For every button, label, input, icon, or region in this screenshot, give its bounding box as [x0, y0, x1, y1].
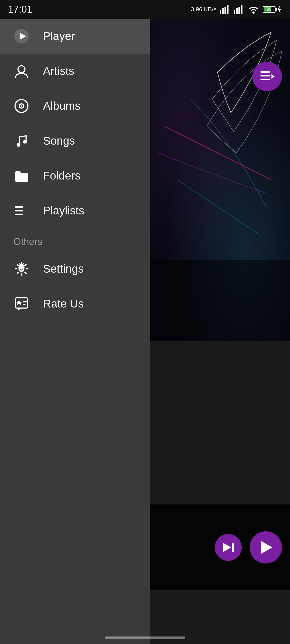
drawer: Player Artists Albums [0, 19, 150, 644]
svg-rect-7 [241, 5, 242, 14]
svg-rect-2 [224, 7, 226, 14]
sidebar-item-folders[interactable]: Folders [0, 158, 150, 193]
battery-icon: 69 [263, 6, 276, 13]
sidebar-item-playlists-label: Playlists [43, 204, 84, 217]
svg-rect-38 [23, 304, 26, 305]
sidebar-item-songs[interactable]: Songs [0, 123, 150, 158]
status-bar: 17:01 3.96 KB/s 69 [0, 0, 290, 19]
svg-rect-0 [220, 10, 221, 14]
playlist-icon [13, 203, 30, 219]
home-bar [105, 636, 185, 639]
svg-point-26 [17, 143, 20, 147]
player-controls-area [137, 504, 290, 590]
sidebar-item-player-label: Player [43, 30, 75, 43]
sidebar-item-artists-label: Artists [43, 65, 74, 78]
battery-container: 69 [263, 5, 282, 13]
svg-rect-18 [232, 543, 234, 552]
svg-rect-15 [260, 79, 270, 80]
sidebar-item-albums-label: Albums [43, 100, 81, 112]
queue-button[interactable] [252, 62, 282, 91]
svg-rect-6 [238, 7, 240, 14]
settings-icon [13, 261, 30, 277]
status-time: 17:01 [8, 4, 32, 15]
skip-button[interactable] [215, 534, 242, 561]
network-speed: 3.96 KB/s [191, 6, 216, 13]
svg-rect-32 [15, 210, 17, 211]
svg-point-27 [23, 140, 27, 144]
play-button[interactable] [250, 531, 282, 564]
svg-rect-1 [222, 8, 224, 14]
sidebar-item-folders-label: Folders [43, 169, 81, 182]
sidebar-item-albums[interactable]: Albums [0, 89, 150, 123]
svg-rect-5 [236, 8, 238, 14]
battery-text: 69 [267, 7, 271, 12]
others-section-header: Others [0, 228, 150, 251]
svg-rect-31 [15, 206, 17, 208]
signal-icon [220, 5, 230, 14]
sidebar-item-player[interactable]: Player [0, 19, 150, 54]
svg-rect-14 [260, 75, 270, 76]
artist-icon [13, 63, 30, 79]
charging-icon [277, 5, 282, 13]
skip-next-icon [221, 540, 236, 555]
sidebar-item-artists[interactable]: Artists [0, 54, 150, 89]
sidebar-item-playlists[interactable]: Playlists [0, 193, 150, 228]
svg-point-8 [252, 12, 255, 14]
play-icon [13, 28, 30, 44]
svg-rect-12 [137, 260, 290, 341]
rate-icon [13, 296, 30, 312]
svg-marker-17 [223, 543, 231, 552]
svg-point-25 [21, 105, 22, 107]
sidebar-item-rate-us[interactable]: Rate Us [0, 286, 150, 321]
sidebar-item-rate-us-label: Rate Us [43, 297, 84, 310]
status-icons: 3.96 KB/s 69 [191, 5, 282, 14]
svg-rect-3 [227, 5, 229, 14]
svg-rect-13 [260, 71, 270, 73]
play-icon [258, 539, 274, 555]
svg-marker-9 [278, 5, 281, 13]
svg-rect-33 [15, 214, 17, 215]
signal2-icon [234, 5, 244, 14]
folder-icon [13, 168, 30, 184]
svg-rect-4 [234, 10, 235, 14]
svg-marker-16 [271, 74, 275, 79]
sidebar-item-songs-label: Songs [43, 134, 75, 147]
queue-icon [259, 68, 275, 85]
music-note-icon [13, 133, 30, 149]
svg-rect-37 [23, 301, 27, 302]
sidebar-item-settings-label: Settings [43, 262, 84, 275]
svg-point-22 [18, 66, 25, 73]
album-icon [13, 98, 30, 114]
wifi-icon [248, 5, 259, 14]
sidebar-item-settings[interactable]: Settings [0, 251, 150, 286]
svg-marker-19 [261, 541, 272, 554]
